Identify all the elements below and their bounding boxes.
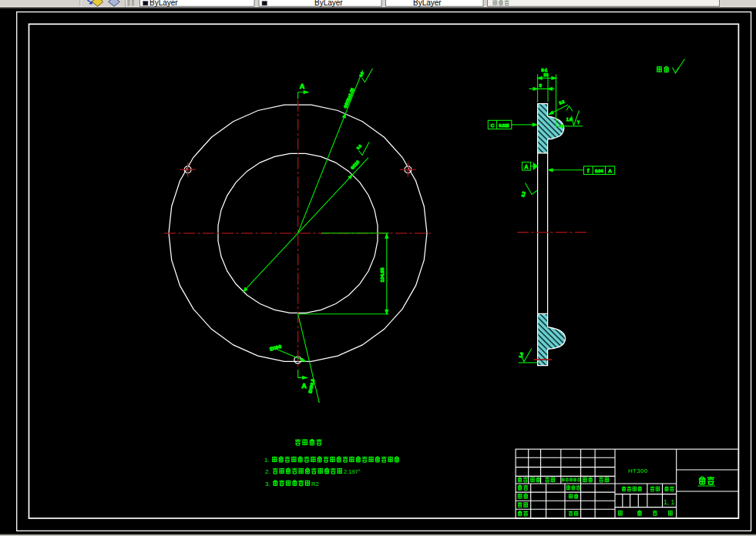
svg-text:HT300: HT300 [628, 467, 648, 474]
svg-text:0.025: 0.025 [499, 123, 509, 128]
svg-text:10: 10 [543, 72, 548, 77]
svg-text:104.98: 104.98 [379, 267, 385, 282]
svg-text:2.: 2. [265, 468, 270, 475]
svg-text:A: A [608, 169, 611, 173]
svg-text:f: f [587, 168, 589, 173]
svg-text:1.: 1. [264, 457, 270, 464]
svg-text:T: T [577, 120, 580, 125]
svg-text:A: A [300, 82, 304, 90]
svg-text:ByLayer: ByLayer [150, 0, 178, 7]
svg-text:A: A [525, 164, 529, 169]
svg-text:3: 3 [539, 82, 543, 88]
svg-text:8-1: 8-1 [541, 68, 547, 72]
svg-text:1, 1: 1, 1 [664, 498, 674, 506]
svg-text:2.197°: 2.197° [344, 468, 361, 475]
svg-text:C: C [491, 122, 495, 128]
svg-text:A: A [301, 382, 306, 390]
svg-text:R2: R2 [311, 481, 319, 487]
svg-text:3.: 3. [265, 481, 270, 487]
svg-text:1.6: 1.6 [566, 117, 572, 122]
svg-text:ByLayer: ByLayer [314, 0, 343, 7]
svg-text:ByLayer: ByLayer [413, 0, 442, 7]
svg-text:0.04: 0.04 [595, 169, 603, 173]
